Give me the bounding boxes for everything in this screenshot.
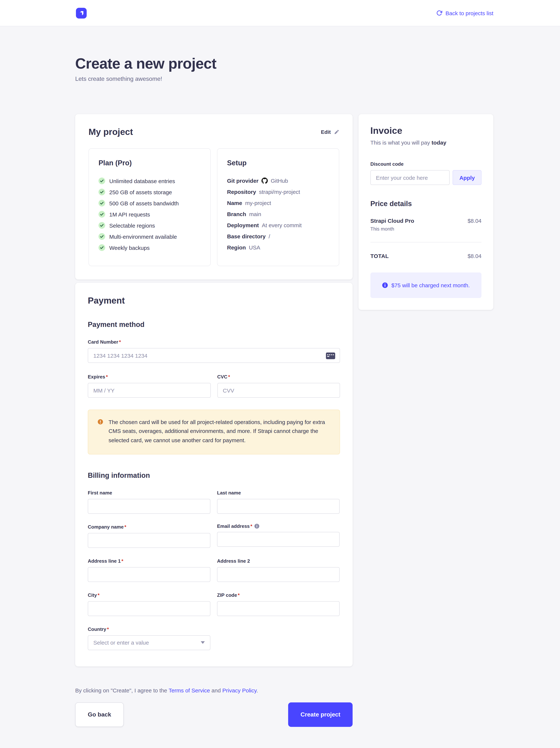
card-number-label: Card Number* — [88, 339, 121, 345]
card-usage-warning: The chosen card will be used for all pro… — [88, 410, 340, 454]
address-line1-field: Address line 1* — [88, 558, 210, 582]
setup-box: Setup Git provider GitHub Repository — [217, 148, 339, 266]
apply-button[interactable]: Apply — [453, 170, 482, 185]
plan-feature: Multi-environment available — [99, 233, 201, 240]
pencil-icon — [334, 129, 339, 135]
required-asterisk: * — [119, 339, 121, 345]
card-number-input[interactable] — [88, 348, 340, 363]
required-asterisk: * — [107, 626, 109, 632]
total-label: TOTAL — [370, 253, 389, 259]
zip-code-field: ZIP code* — [217, 591, 340, 616]
payment-card: Payment Payment method Card Number* — [75, 283, 352, 667]
page-title: Create a new project — [75, 55, 493, 72]
my-project-title: My project — [89, 127, 133, 137]
invoice-card: Invoice This is what you will pay today … — [359, 114, 493, 310]
zip-code-label: ZIP code* — [217, 592, 240, 598]
footer-buttons: Go back Create project — [75, 702, 352, 727]
address-line2-label: Address line 2 — [217, 558, 250, 564]
check-icon — [99, 211, 105, 217]
required-asterisk: * — [121, 558, 123, 564]
discount-code-input[interactable] — [370, 170, 450, 185]
address-line2-field: Address line 2 — [217, 558, 340, 582]
back-arrow-icon — [436, 10, 442, 16]
plan-feature: Weekly backups — [99, 244, 201, 251]
address-line1-label: Address line 1* — [88, 558, 123, 564]
required-asterisk: * — [106, 374, 108, 379]
plan-feature-list: Unlimited database entries 250 GB of ass… — [99, 178, 201, 251]
invoice-title: Invoice — [370, 125, 482, 136]
plan-feature: 500 GB of assets bandwidth — [99, 200, 201, 207]
setup-row-deployment: Deployment At every commit — [227, 222, 329, 228]
info-icon — [382, 282, 388, 288]
first-name-input[interactable] — [88, 499, 210, 514]
required-asterisk: * — [228, 374, 230, 379]
country-label: Country* — [88, 626, 109, 632]
email-address-field: Email address* — [217, 523, 340, 548]
payment-method-title: Payment method — [88, 321, 340, 329]
setup-rows: Git provider GitHub Repository strapi/my… — [227, 178, 329, 251]
email-address-label: Email address* — [217, 523, 340, 529]
check-icon — [99, 233, 105, 240]
required-asterisk: * — [250, 523, 252, 529]
expires-field: Expires* — [88, 373, 211, 398]
setup-title: Setup — [227, 159, 329, 167]
page-head: Create a new project Lets create somethi… — [75, 55, 493, 82]
last-name-input[interactable] — [217, 499, 340, 514]
city-input[interactable] — [88, 601, 210, 616]
required-asterisk: * — [98, 592, 99, 598]
expires-input[interactable] — [88, 383, 211, 398]
plan-box: Plan (Pro) Unlimited database entries 25… — [89, 148, 211, 266]
back-to-projects-link[interactable]: Back to projects list — [436, 10, 493, 16]
company-name-input[interactable] — [88, 533, 210, 548]
last-name-field: Last name — [217, 489, 340, 514]
privacy-policy-link[interactable]: Privacy Policy — [222, 687, 257, 694]
my-project-card: My project Edit Plan (Pro) — [75, 114, 352, 279]
country-select[interactable]: Select or enter a value — [88, 635, 210, 650]
zip-code-input[interactable] — [217, 601, 340, 616]
edit-button[interactable]: Edit — [321, 129, 339, 135]
company-name-label: Company name* — [88, 524, 126, 530]
page-subtitle: Lets create something awesome! — [75, 76, 493, 82]
back-link-label: Back to projects list — [445, 10, 493, 16]
notice-text: $75 will be charged next month. — [391, 282, 470, 288]
setup-row-git-provider: Git provider GitHub — [227, 178, 329, 184]
terms-of-service-link[interactable]: Terms of Service — [169, 687, 210, 694]
last-name-label: Last name — [217, 490, 241, 496]
go-back-button[interactable]: Go back — [75, 702, 124, 727]
first-name-label: First name — [88, 490, 112, 496]
strapi-logo[interactable] — [76, 7, 87, 18]
edit-label: Edit — [321, 129, 331, 135]
setup-row-name: Name my-project — [227, 200, 329, 206]
total-amount: $8.04 — [468, 253, 482, 259]
setup-row-region: Region USA — [227, 244, 329, 251]
check-icon — [99, 178, 105, 184]
info-icon[interactable] — [254, 524, 259, 529]
payment-title: Payment — [88, 296, 340, 306]
price-item-amount: $8.04 — [468, 217, 482, 224]
check-icon — [99, 189, 105, 195]
invoice-divider — [370, 242, 482, 242]
email-address-input[interactable] — [217, 532, 340, 547]
invoice-subtitle: This is what you will pay today — [370, 139, 482, 146]
create-project-button[interactable]: Create project — [288, 702, 352, 727]
country-placeholder: Select or enter a value — [93, 639, 149, 646]
discount-block: Discount code Apply — [370, 161, 482, 185]
check-icon — [99, 200, 105, 207]
discount-code-label: Discount code — [370, 161, 404, 167]
cvc-field: CVC* — [217, 373, 340, 398]
cvc-input[interactable] — [217, 383, 340, 398]
plan-feature: 1M API requests — [99, 211, 201, 217]
credit-card-icon — [326, 352, 335, 359]
address-line2-input[interactable] — [217, 567, 340, 582]
cvc-label: CVC* — [217, 374, 230, 379]
price-details-title: Price details — [370, 200, 482, 208]
address-line1-input[interactable] — [88, 567, 210, 582]
billing-grid: First name Last name Company name* Email… — [88, 489, 340, 616]
expires-label: Expires* — [88, 374, 108, 379]
country-field: Country* Select or enter a value — [88, 626, 210, 650]
next-month-notice: $75 will be charged next month. — [370, 273, 482, 298]
terms-text: By clicking on "Create", I agree to the … — [75, 687, 493, 694]
setup-row-branch: Branch main — [227, 211, 329, 217]
create-project-page: Back to projects list Create a new proje… — [0, 0, 560, 748]
billing-title: Billing information — [88, 471, 340, 480]
